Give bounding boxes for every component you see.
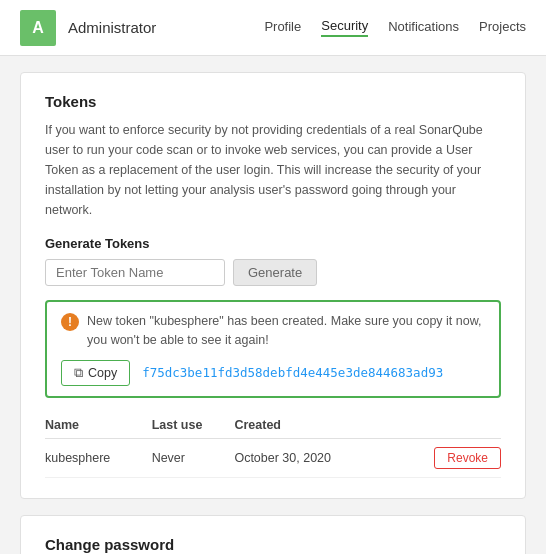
- main-nav: Profile Security Notifications Projects: [264, 18, 526, 37]
- revoke-button[interactable]: Revoke: [434, 447, 501, 469]
- copy-icon: ⧉: [74, 365, 83, 381]
- token-value: f75dc3be11fd3d58debfd4e445e3de844683ad93: [142, 365, 443, 380]
- token-table: Name Last use Created kubesphere Never O…: [45, 412, 501, 478]
- tokens-card: Tokens If you want to enforce security b…: [20, 72, 526, 499]
- token-table-body: kubesphere Never October 30, 2020 Revoke: [45, 438, 501, 477]
- change-password-title: Change password: [45, 536, 501, 553]
- col-created: Created: [234, 412, 392, 439]
- generate-row: Generate: [45, 259, 501, 286]
- token-row-created: October 30, 2020: [234, 438, 392, 477]
- token-row-action: Revoke: [392, 438, 501, 477]
- alert-message-row: ! New token "kubesphere" has been create…: [61, 312, 485, 350]
- generate-button[interactable]: Generate: [233, 259, 317, 286]
- user-name: Administrator: [68, 19, 264, 36]
- table-row: kubesphere Never October 30, 2020 Revoke: [45, 438, 501, 477]
- token-value-row: ⧉ Copy f75dc3be11fd3d58debfd4e445e3de844…: [61, 360, 485, 386]
- col-action: [392, 412, 501, 439]
- nav-projects[interactable]: Projects: [479, 19, 526, 36]
- alert-text: New token "kubesphere" has been created.…: [87, 312, 485, 350]
- tokens-description: If you want to enforce security by not p…: [45, 120, 501, 220]
- change-password-card: Change password Old Password*: [20, 515, 526, 555]
- nav-profile[interactable]: Profile: [264, 19, 301, 36]
- alert-icon: !: [61, 313, 79, 331]
- col-last-use: Last use: [152, 412, 235, 439]
- copy-button[interactable]: ⧉ Copy: [61, 360, 130, 386]
- token-alert-box: ! New token "kubesphere" has been create…: [45, 300, 501, 398]
- page-content: Tokens If you want to enforce security b…: [0, 56, 546, 554]
- tokens-title: Tokens: [45, 93, 501, 110]
- col-name: Name: [45, 412, 152, 439]
- token-row-last-use: Never: [152, 438, 235, 477]
- token-table-header-row: Name Last use Created: [45, 412, 501, 439]
- header: A Administrator Profile Security Notific…: [0, 0, 546, 56]
- avatar: A: [20, 10, 56, 46]
- generate-tokens-title: Generate Tokens: [45, 236, 501, 251]
- nav-security[interactable]: Security: [321, 18, 368, 37]
- token-row-name: kubesphere: [45, 438, 152, 477]
- nav-notifications[interactable]: Notifications: [388, 19, 459, 36]
- token-table-head: Name Last use Created: [45, 412, 501, 439]
- token-name-input[interactable]: [45, 259, 225, 286]
